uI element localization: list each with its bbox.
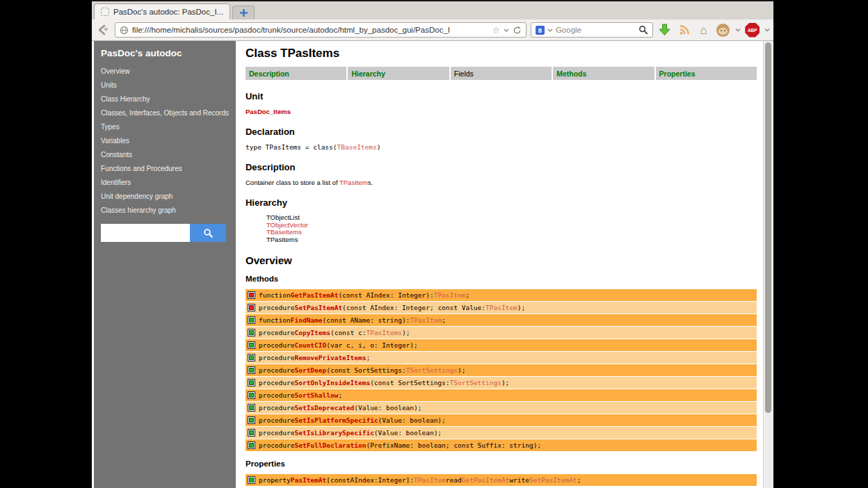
search-bar[interactable]: 8 Google (531, 22, 653, 38)
code-text: (var c, i, o: Integer); (326, 341, 418, 349)
back-button[interactable] (95, 22, 111, 38)
sidebar-item-overview[interactable]: Overview (101, 68, 229, 75)
member-link-pasitemat[interactable]: PasItemAt (291, 476, 326, 484)
description-heading: Description (246, 162, 757, 172)
member-link-countcio[interactable]: CountCIO (294, 341, 326, 349)
hierarchy-item-tobjectvector[interactable]: TObjectVector (266, 222, 757, 229)
new-tab-button[interactable] (232, 6, 255, 19)
type-link-tpasitems[interactable]: TPasItems (366, 329, 401, 336)
class-nav-description[interactable]: Description (246, 67, 346, 80)
navigation-toolbar: file:///home/michalis/sources/pasdoc/tru… (92, 19, 773, 41)
greasemonkey-button[interactable] (716, 22, 731, 38)
type-link-tpasitem[interactable]: TPasItem (434, 291, 466, 299)
class-nav-methods[interactable]: Methods (553, 67, 654, 80)
sidebar-item-variables[interactable]: Variables (101, 138, 229, 145)
hierarchy-heading: Hierarchy (246, 197, 757, 208)
sidebar-item-class-hierarchy[interactable]: Class Hierarchy (101, 96, 229, 103)
rss-button[interactable] (677, 22, 692, 38)
vertical-scrollbar[interactable] (763, 41, 773, 488)
member-row: procedure SetIsLibrarySpecific(Value: bo… (246, 427, 757, 439)
download-button[interactable] (657, 22, 673, 38)
member-row: procedure SortDeep(const SortSettings: T… (246, 364, 757, 376)
hierarchy-item-tobjectlist: TObjectList (266, 214, 757, 222)
sidebar-item-unit-dependency-graph[interactable]: Unit dependency graph (101, 193, 229, 200)
member-link-copyitems[interactable]: CopyItems (294, 329, 330, 336)
code-text: ); (458, 366, 465, 374)
properties-table: property PasItemAt[constAIndex:Integer]:… (246, 474, 757, 486)
member-link-setfulldeclaration[interactable]: SetFullDeclaration (294, 441, 366, 449)
hierarchy-item-tpasitems: TPasItems (266, 236, 757, 244)
class-nav-properties[interactable]: Properties (656, 67, 757, 80)
url-dropdown-chevron-icon[interactable] (504, 29, 509, 32)
hierarchy-list: TObjectListTObjectVectorTBaseItemsTPasIt… (266, 214, 757, 243)
search-engine-chevron-icon[interactable] (547, 29, 553, 32)
sidebar-item-functions-and-procedures[interactable]: Functions and Procedures (101, 165, 229, 172)
unit-link-line: PasDoc_Items (246, 108, 757, 115)
class-nav-table: DescriptionHierarchyFieldsMethodsPropert… (246, 67, 757, 80)
declaration-prefix: type TPasItems = class( (246, 143, 337, 151)
sidebar-item-identifiers[interactable]: Identifiers (101, 179, 229, 186)
type-link-getpasitemat[interactable]: GetPasItemAt (462, 476, 510, 484)
type-link-tpasitem[interactable]: TPasItem (485, 304, 517, 311)
reload-icon[interactable] (513, 26, 522, 35)
sidebar-item-constants[interactable]: Constants (101, 152, 229, 158)
code-text: write (509, 476, 529, 484)
member-row: procedure CountCIO(var c, i, o: Integer)… (246, 339, 757, 351)
public-visibility-icon (248, 341, 255, 349)
declaration-type-link[interactable]: TBaseItems (337, 143, 377, 151)
search-engine-label[interactable]: Google (556, 26, 636, 34)
sidebar-item-classes-interfaces-objects-and-records[interactable]: Classes, Interfaces, Objects and Records (101, 110, 229, 117)
sidebar-search-input[interactable] (101, 224, 190, 242)
sidebar-item-units[interactable]: Units (101, 82, 229, 89)
member-link-sortonlyinsideitems[interactable]: SortOnlyInsideItems (294, 379, 370, 387)
browser-tab[interactable]: PasDoc's autodoc: PasDoc_I... (94, 3, 230, 19)
member-link-findname[interactable]: FindName (291, 316, 323, 324)
adblock-chevron-icon[interactable] (764, 28, 770, 32)
code-text: procedure (259, 391, 294, 399)
sidebar-item-types[interactable]: Types (101, 124, 229, 131)
code-text: ; (442, 316, 446, 324)
class-nav-hierarchy[interactable]: Hierarchy (348, 67, 449, 80)
type-link-tsortsettings[interactable]: TSortSettings (450, 379, 501, 387)
member-link-setisplatformspecific[interactable]: SetIsPlatformSpecific (294, 416, 378, 424)
rss-icon (678, 24, 691, 36)
code-text: (Value: boolean); (374, 429, 442, 437)
member-link-setpasitemat[interactable]: SetPasItemAt (294, 304, 342, 311)
unit-link[interactable]: PasDoc_Items (246, 108, 291, 115)
browser-window: PasDoc's autodoc: PasDoc_I... (92, 0, 773, 488)
home-button[interactable]: ⌂ (696, 22, 712, 38)
bookmark-star-icon[interactable]: ☆ (492, 26, 500, 35)
sidebar-search-button[interactable] (190, 224, 226, 242)
member-link-sortshallow[interactable]: SortShallow (294, 391, 338, 399)
desktop-background: PasDoc's autodoc: PasDoc_I... (0, 0, 868, 488)
code-text: (const SortSettings: (370, 379, 449, 387)
url-bar[interactable]: file:///home/michalis/sources/pasdoc/tru… (115, 22, 527, 38)
hierarchy-item-tbaseitems[interactable]: TBaseItems (266, 229, 757, 236)
code-text: procedure (259, 366, 294, 374)
type-link-setpasitemat[interactable]: SetPasItemAt (529, 476, 577, 484)
url-text[interactable]: file:///home/michalis/sources/pasdoc/tru… (132, 26, 488, 34)
scrollbar-thumb[interactable] (765, 42, 771, 413)
adblock-button[interactable]: ABP (745, 22, 760, 38)
member-row: procedure SortOnlyInsideItems(const Sort… (246, 377, 757, 389)
public-visibility-icon (248, 366, 255, 374)
member-link-setislibraryspecific[interactable]: SetIsLibrarySpecific (294, 429, 373, 437)
member-link-sortdeep[interactable]: SortDeep (294, 366, 326, 374)
member-link-getpasitemat[interactable]: GetPasItemAt (291, 291, 339, 299)
download-arrow-icon (659, 24, 670, 36)
member-link-removeprivateitems[interactable]: RemovePrivateItems (294, 354, 366, 361)
sidebar-item-classes-hierarchy-graph[interactable]: Classes hierarchy graph (101, 207, 229, 214)
type-link-tpasitem[interactable]: TPasItem (410, 316, 442, 324)
type-link-tsortsettings[interactable]: TSortSettings (406, 366, 458, 374)
code-text: procedure (259, 341, 294, 349)
code-text: procedure (259, 416, 294, 424)
search-magnifier-icon[interactable] (638, 25, 648, 35)
type-link-tpasitem[interactable]: TPasItem (414, 476, 446, 484)
description-link[interactable]: TPasItem (339, 179, 368, 186)
member-link-setisdeprecated[interactable]: SetIsDeprecated (294, 404, 354, 412)
member-row: procedure SetIsDeprecated(Value: boolean… (246, 402, 757, 414)
public-visibility-icon (248, 404, 255, 412)
greasemonkey-chevron-icon[interactable] (735, 28, 741, 32)
code-text: procedure (259, 429, 294, 437)
code-text: procedure (259, 354, 294, 361)
